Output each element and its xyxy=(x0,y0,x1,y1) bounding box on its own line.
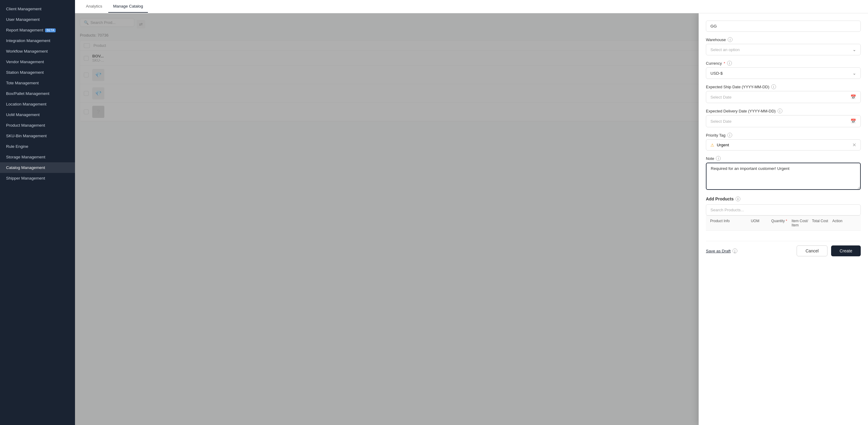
col-product-info: Product Info xyxy=(710,219,751,227)
currency-section: Currency * i USD-$ ⌄ xyxy=(706,61,861,79)
priority-tag-label: Priority Tag i xyxy=(706,133,861,137)
content-area: 🔍 ⇄ Products: 70736 Product BOV... SKU-.… xyxy=(75,13,868,425)
add-products-section: Add Products i Product Info UOM Quantity… xyxy=(706,196,861,231)
save-draft-link[interactable]: Save as Draft i xyxy=(706,249,737,253)
tab-analytics[interactable]: Analytics xyxy=(81,0,107,13)
add-products-label: Add Products i xyxy=(706,196,861,201)
urgent-warning-icon: ⚠ xyxy=(710,143,714,148)
modal-footer: Save as Draft i Cancel Create xyxy=(706,241,861,261)
sidebar-item-workflow-management[interactable]: Workflow Management xyxy=(0,46,75,57)
warehouse-chevron-icon: ⌄ xyxy=(852,47,856,52)
search-products-input[interactable] xyxy=(706,204,861,216)
sidebar-item-rule-engine[interactable]: Rule Engine xyxy=(0,141,75,152)
sidebar-item-product-management[interactable]: Product Management xyxy=(0,120,75,131)
warehouse-select[interactable]: Select an option ⌄ xyxy=(706,44,861,55)
note-label: Note i xyxy=(706,156,861,161)
sidebar: Client ManagementUser ManagementReport M… xyxy=(0,0,75,425)
sidebar-item-report-management[interactable]: Report ManagementBETA xyxy=(0,25,75,35)
ship-date-input[interactable]: Select Date 📅 xyxy=(706,91,861,103)
sidebar-item-vendor-management[interactable]: Vendor Management xyxy=(0,57,75,67)
modal-overlay: GG Warehouse i Select an option ⌄ Curr xyxy=(75,13,868,425)
main-area: AnalyticsManage Catalog 🔍 ⇄ Products: 70… xyxy=(75,0,868,425)
footer-buttons: Cancel Create xyxy=(797,246,861,256)
sidebar-item-box/pallet-management[interactable]: Box/Pallet Management xyxy=(0,88,75,99)
delivery-date-info-icon: i xyxy=(778,108,782,113)
delivery-date-section: Expected Delivery Date (YYYY-MM-DD) i Se… xyxy=(706,108,861,127)
col-quantity: Quantity * xyxy=(771,219,792,227)
delivery-date-label: Expected Delivery Date (YYYY-MM-DD) i xyxy=(706,108,861,113)
sidebar-item-location-management[interactable]: Location Management xyxy=(0,99,75,109)
priority-tag-info-icon: i xyxy=(727,133,732,137)
tabs-bar: AnalyticsManage Catalog xyxy=(75,0,868,13)
delivery-date-input[interactable]: Select Date 📅 xyxy=(706,115,861,127)
sidebar-item-uom-management[interactable]: UoM Management xyxy=(0,109,75,120)
col-total-cost: Total Cost xyxy=(812,219,832,227)
sidebar-item-client-management[interactable]: Client Management xyxy=(0,4,75,14)
col-uom: UOM xyxy=(751,219,771,227)
col-action: Action xyxy=(832,219,857,227)
ship-date-section: Expected Ship Date (YYYY-MM-DD) i Select… xyxy=(706,84,861,103)
delivery-date-calendar-icon: 📅 xyxy=(850,119,856,124)
note-section: Note i Required for an important custome… xyxy=(706,156,861,191)
sidebar-item-catalog-management[interactable]: Catalog Management xyxy=(0,162,75,173)
sidebar-item-user-management[interactable]: User Management xyxy=(0,14,75,25)
modal-panel: GG Warehouse i Select an option ⌄ Curr xyxy=(699,13,868,425)
sidebar-item-sku-bin-management[interactable]: SKU-Bin Management xyxy=(0,131,75,141)
currency-info-icon: i xyxy=(727,61,732,66)
priority-tag-clear-icon[interactable]: ✕ xyxy=(852,142,856,148)
save-draft-info-icon: i xyxy=(733,249,737,253)
add-products-info-icon: i xyxy=(736,196,740,201)
sidebar-item-shipper-management[interactable]: Shipper Management xyxy=(0,173,75,184)
currency-label: Currency * i xyxy=(706,61,861,66)
partial-top-field: GG xyxy=(706,21,861,32)
priority-tag-section: Priority Tag i ⚠ Urgent ✕ xyxy=(706,133,861,151)
currency-chevron-icon: ⌄ xyxy=(852,71,856,75)
sidebar-item-integration-management[interactable]: Integration Management xyxy=(0,35,75,46)
tab-manage-catalog[interactable]: Manage Catalog xyxy=(108,0,148,13)
sidebar-item-station-management[interactable]: Station Management xyxy=(0,67,75,78)
create-button[interactable]: Create xyxy=(831,246,861,256)
note-info-icon: i xyxy=(716,156,721,161)
ship-date-info-icon: i xyxy=(771,84,776,89)
modal-spacer xyxy=(75,13,699,425)
ship-date-label: Expected Ship Date (YYYY-MM-DD) i xyxy=(706,84,861,89)
priority-tag-display[interactable]: ⚠ Urgent ✕ xyxy=(706,139,861,151)
warehouse-section: Warehouse i Select an option ⌄ xyxy=(706,37,861,55)
currency-select[interactable]: USD-$ ⌄ xyxy=(706,67,861,79)
sidebar-item-storage-management[interactable]: Storage Management xyxy=(0,152,75,162)
ship-date-calendar-icon: 📅 xyxy=(850,94,856,100)
sidebar-item-tote-management[interactable]: Tote Management xyxy=(0,78,75,88)
warehouse-label: Warehouse i xyxy=(706,37,861,42)
warehouse-info-icon: i xyxy=(728,37,733,42)
col-item-cost: Item Cost/ Item xyxy=(792,219,812,227)
note-textarea[interactable]: Required for an important customer! Urge… xyxy=(706,163,861,190)
cancel-button[interactable]: Cancel xyxy=(797,246,828,256)
products-table-header: Product Info UOM Quantity * Item Cost/ I… xyxy=(706,216,861,231)
